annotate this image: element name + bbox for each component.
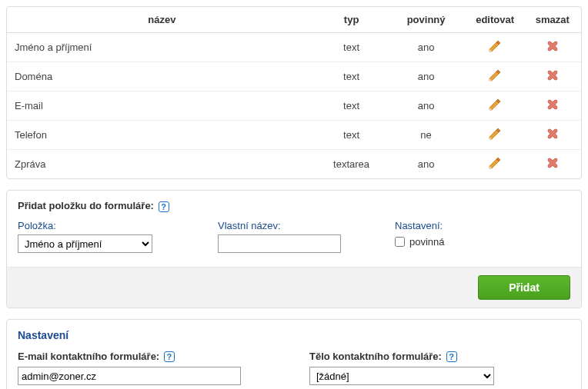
header-delete: smazat bbox=[523, 7, 581, 33]
header-type: typ bbox=[317, 7, 386, 33]
row-type: text bbox=[317, 62, 386, 91]
header-edit: editovat bbox=[466, 7, 524, 33]
custom-name-label: Vlastní název: bbox=[218, 220, 372, 231]
row-name: Telefon bbox=[7, 121, 317, 150]
contact-email-input[interactable] bbox=[18, 367, 241, 385]
field-type-select[interactable]: Jméno a příjmení bbox=[18, 234, 152, 253]
field-type-label: Položka: bbox=[18, 220, 195, 231]
field-settings-label: Nastavení: bbox=[395, 220, 570, 231]
table-row: Doména text ano bbox=[7, 62, 581, 91]
table-row: Telefon text ne bbox=[7, 121, 581, 150]
row-name: Jméno a příjmení bbox=[7, 33, 317, 62]
form-fields-panel: název typ povinný editovat smazat Jméno … bbox=[6, 6, 582, 179]
row-required: ano bbox=[386, 91, 466, 121]
row-name: E-mail bbox=[7, 91, 317, 121]
help-icon[interactable]: ? bbox=[164, 351, 175, 362]
settings-panel: Nastavení E-mail kontaktního formuláře: … bbox=[6, 319, 582, 389]
table-row: E-mail text ano bbox=[7, 91, 581, 121]
edit-icon[interactable] bbox=[488, 39, 502, 53]
table-row: Jméno a příjmení text ano bbox=[7, 33, 581, 62]
custom-name-input[interactable] bbox=[218, 234, 341, 253]
row-required: ne bbox=[386, 121, 466, 150]
form-fields-table: název typ povinný editovat smazat Jméno … bbox=[7, 7, 581, 178]
row-type: text bbox=[317, 91, 386, 121]
settings-title: Nastavení bbox=[7, 320, 581, 344]
row-type: textarea bbox=[317, 150, 386, 179]
required-checkbox-label: povinná bbox=[409, 236, 445, 248]
contact-email-label: E-mail kontaktního formuláře: ? bbox=[18, 351, 279, 363]
row-required: ano bbox=[386, 33, 466, 62]
table-row: Zpráva textarea ano bbox=[7, 150, 581, 179]
delete-icon[interactable] bbox=[546, 68, 560, 82]
row-type: text bbox=[317, 33, 386, 62]
add-field-title: Přidat položku do formuláře: ? bbox=[7, 191, 581, 215]
help-icon[interactable]: ? bbox=[159, 201, 169, 212]
delete-icon[interactable] bbox=[546, 98, 560, 111]
edit-icon[interactable] bbox=[488, 156, 502, 170]
header-required: povinný bbox=[386, 7, 466, 33]
row-required: ano bbox=[386, 150, 466, 179]
edit-icon[interactable] bbox=[488, 68, 502, 82]
add-field-panel: Přidat položku do formuláře: ? Položka: … bbox=[6, 190, 582, 308]
row-type: text bbox=[317, 121, 386, 150]
contact-body-label: Tělo kontaktního formuláře: ? bbox=[309, 351, 570, 363]
delete-icon[interactable] bbox=[546, 39, 560, 53]
help-icon[interactable]: ? bbox=[446, 351, 457, 362]
header-name: název bbox=[7, 7, 317, 33]
row-required: ano bbox=[386, 62, 466, 91]
add-button[interactable]: Přidat bbox=[478, 275, 570, 300]
required-checkbox[interactable] bbox=[395, 237, 405, 247]
row-name: Doména bbox=[7, 62, 317, 91]
edit-icon[interactable] bbox=[488, 98, 502, 111]
edit-icon[interactable] bbox=[488, 127, 502, 141]
row-name: Zpráva bbox=[7, 150, 317, 179]
delete-icon[interactable] bbox=[546, 156, 560, 170]
contact-body-select[interactable]: [žádné] bbox=[309, 367, 494, 385]
add-field-title-text: Přidat položku do formuláře: bbox=[18, 200, 154, 211]
delete-icon[interactable] bbox=[546, 127, 560, 141]
